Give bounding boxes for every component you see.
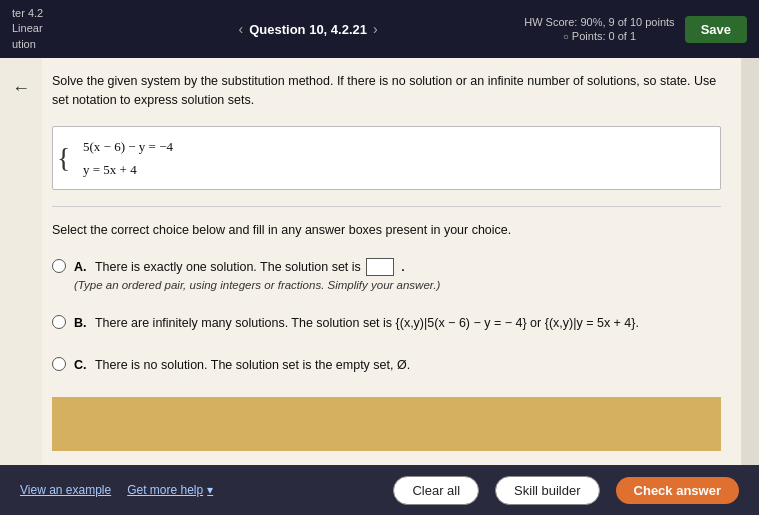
divider bbox=[52, 206, 721, 207]
option-b-label: B. bbox=[74, 316, 87, 330]
main-content: ← Solve the given system by the substitu… bbox=[0, 58, 759, 465]
chapter-info: ter 4.2 Linear ution bbox=[12, 6, 92, 52]
option-b-content: B. There are infinitely many solutions. … bbox=[74, 313, 639, 333]
view-example-link[interactable]: View an example bbox=[20, 483, 111, 497]
chevron-down-icon: ▾ bbox=[207, 483, 213, 497]
equations-box: 5(x − 6) − y = −4 y = 5x + 4 bbox=[52, 126, 721, 191]
next-question-arrow[interactable]: › bbox=[373, 21, 378, 37]
option-a[interactable]: A. There is exactly one solution. The so… bbox=[52, 257, 721, 291]
radio-b[interactable] bbox=[52, 315, 66, 329]
equations-content: 5(x − 6) − y = −4 y = 5x + 4 bbox=[83, 135, 706, 182]
option-a-content: A. There is exactly one solution. The so… bbox=[74, 257, 440, 291]
equation-2: y = 5x + 4 bbox=[83, 158, 706, 181]
radio-c[interactable] bbox=[52, 357, 66, 371]
get-more-help-text: Get more help bbox=[127, 483, 203, 497]
right-sidebar bbox=[741, 58, 759, 465]
hw-score: HW Score: 90%, 9 of 10 points bbox=[524, 16, 674, 28]
problem-instruction: Solve the given system by the substituti… bbox=[52, 72, 721, 110]
content-area: Solve the given system by the substituti… bbox=[42, 58, 741, 465]
solution-input-a[interactable] bbox=[366, 258, 394, 276]
get-more-help-link[interactable]: Get more help ▾ bbox=[127, 483, 213, 497]
prev-question-arrow[interactable]: ‹ bbox=[239, 21, 244, 37]
option-c-text: There is no solution. The solution set i… bbox=[95, 358, 410, 372]
points-label: Points: 0 of 1 bbox=[572, 30, 636, 42]
equation-1: 5(x − 6) − y = −4 bbox=[83, 135, 706, 158]
option-a-text: There is exactly one solution. The solut… bbox=[95, 260, 364, 274]
back-arrow-icon[interactable]: ← bbox=[12, 78, 30, 99]
option-c-content: C. There is no solution. The solution se… bbox=[74, 355, 410, 375]
skill-builder-button[interactable]: Skill builder bbox=[495, 476, 599, 505]
radio-a[interactable] bbox=[52, 259, 66, 273]
yellow-area bbox=[52, 397, 721, 451]
option-a-brace-close: . bbox=[401, 257, 405, 274]
check-answer-button[interactable]: Check answer bbox=[616, 477, 739, 504]
clear-all-button[interactable]: Clear all bbox=[393, 476, 479, 505]
section-label: Linear bbox=[12, 21, 92, 36]
subsection-label: ution bbox=[12, 37, 92, 52]
option-a-sub: (Type an ordered pair, using integers or… bbox=[74, 279, 440, 291]
left-sidebar: ← bbox=[0, 58, 42, 465]
points-info: ○ Points: 0 of 1 bbox=[563, 30, 636, 42]
select-label: Select the correct choice below and fill… bbox=[52, 223, 721, 237]
chapter-label: ter 4.2 bbox=[12, 6, 92, 21]
points-circle: ○ bbox=[563, 31, 569, 42]
option-b[interactable]: B. There are infinitely many solutions. … bbox=[52, 313, 721, 333]
top-bar: ter 4.2 Linear ution ‹ Question 10, 4.2.… bbox=[0, 0, 759, 58]
bottom-bar: View an example Get more help ▾ Clear al… bbox=[0, 465, 759, 515]
question-nav: ‹ Question 10, 4.2.21 › bbox=[102, 21, 514, 37]
option-c-label: C. bbox=[74, 358, 87, 372]
option-a-label: A. bbox=[74, 260, 87, 274]
option-c[interactable]: C. There is no solution. The solution se… bbox=[52, 355, 721, 375]
question-label: Question 10, 4.2.21 bbox=[249, 22, 367, 37]
save-button[interactable]: Save bbox=[685, 16, 747, 43]
option-b-text: There are infinitely many solutions. The… bbox=[95, 316, 639, 330]
